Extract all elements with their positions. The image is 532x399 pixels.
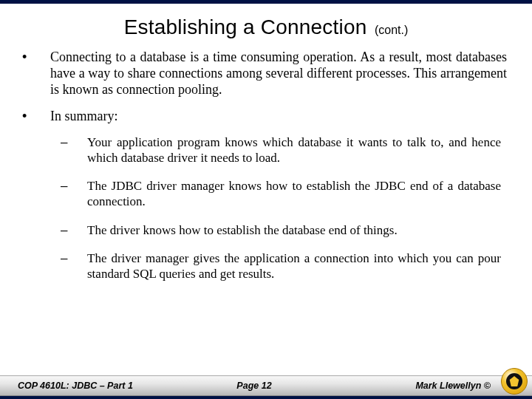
- bullet-item: • In summary:: [18, 109, 514, 125]
- slide-title: Establishing a Connection (cont.): [18, 16, 514, 39]
- sub-bullet-text: The driver manager gives the application…: [87, 251, 501, 282]
- footer-bar: COP 4610L: JDBC – Part 1 Page 12 Mark Ll…: [0, 375, 532, 396]
- bullet-marker: •: [18, 50, 50, 98]
- footer-author: Mark Llewellyn ©: [333, 381, 520, 391]
- bullet-item: • Connecting to a database is a time con…: [18, 50, 514, 98]
- sub-bullet-marker: –: [61, 135, 87, 166]
- sub-bullet-item: – Your application program knows which d…: [61, 135, 501, 166]
- sub-bullet-item: – The JDBC driver manager knows how to e…: [61, 179, 501, 209]
- sub-bullet-marker: –: [61, 223, 87, 239]
- ucf-logo-icon: [501, 368, 528, 395]
- sub-bullet-item: – The driver knows how to establish the …: [61, 223, 501, 239]
- sub-bullet-item: – The driver manager gives the applicati…: [61, 251, 501, 282]
- bullet-marker: •: [18, 109, 50, 125]
- bottom-border-band: [0, 396, 532, 399]
- sub-bullet-list: – Your application program knows which d…: [61, 135, 501, 282]
- title-cont-text: (cont.): [375, 24, 408, 36]
- sub-bullet-text: The driver knows how to establish the da…: [87, 223, 501, 239]
- bullet-text: Connecting to a database is a time consu…: [50, 50, 514, 98]
- sub-bullet-text: The JDBC driver manager knows how to est…: [87, 179, 501, 209]
- slide-body: Establishing a Connection (cont.) • Conn…: [0, 4, 532, 282]
- content-area: • Connecting to a database is a time con…: [18, 50, 514, 282]
- title-main-text: Establishing a Connection: [124, 16, 367, 38]
- bullet-text: In summary:: [50, 109, 514, 125]
- sub-bullet-text: Your application program knows which dat…: [87, 135, 501, 166]
- footer-course: COP 4610L: JDBC – Part 1: [18, 381, 175, 391]
- sub-bullet-marker: –: [61, 179, 87, 209]
- footer: COP 4610L: JDBC – Part 1 Page 12 Mark Ll…: [0, 375, 532, 399]
- footer-page-number: Page 12: [175, 381, 332, 391]
- sub-bullet-marker: –: [61, 251, 87, 282]
